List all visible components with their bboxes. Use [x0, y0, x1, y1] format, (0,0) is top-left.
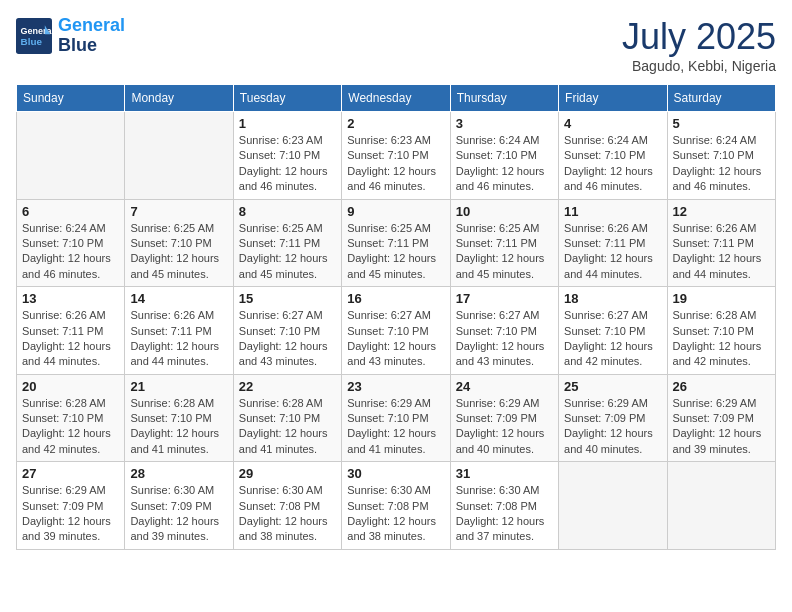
weekday-header: Friday	[559, 85, 667, 112]
calendar-week-row: 6Sunrise: 6:24 AMSunset: 7:10 PMDaylight…	[17, 199, 776, 287]
day-info: Sunrise: 6:28 AMSunset: 7:10 PMDaylight:…	[673, 308, 770, 370]
day-info: Sunrise: 6:25 AMSunset: 7:11 PMDaylight:…	[239, 221, 336, 283]
calendar-cell: 24Sunrise: 6:29 AMSunset: 7:09 PMDayligh…	[450, 374, 558, 462]
day-number: 23	[347, 379, 444, 394]
weekday-header-row: SundayMondayTuesdayWednesdayThursdayFrid…	[17, 85, 776, 112]
logo-icon: General Blue	[16, 18, 52, 54]
svg-text:Blue: Blue	[21, 36, 43, 47]
calendar-cell	[125, 112, 233, 200]
calendar-cell: 16Sunrise: 6:27 AMSunset: 7:10 PMDayligh…	[342, 287, 450, 375]
weekday-header: Tuesday	[233, 85, 341, 112]
day-number: 24	[456, 379, 553, 394]
day-number: 30	[347, 466, 444, 481]
calendar-cell: 10Sunrise: 6:25 AMSunset: 7:11 PMDayligh…	[450, 199, 558, 287]
day-number: 16	[347, 291, 444, 306]
weekday-header: Wednesday	[342, 85, 450, 112]
day-number: 20	[22, 379, 119, 394]
day-info: Sunrise: 6:24 AMSunset: 7:10 PMDaylight:…	[456, 133, 553, 195]
day-info: Sunrise: 6:29 AMSunset: 7:09 PMDaylight:…	[673, 396, 770, 458]
day-info: Sunrise: 6:25 AMSunset: 7:10 PMDaylight:…	[130, 221, 227, 283]
day-info: Sunrise: 6:26 AMSunset: 7:11 PMDaylight:…	[22, 308, 119, 370]
day-number: 14	[130, 291, 227, 306]
weekday-header: Thursday	[450, 85, 558, 112]
weekday-header: Saturday	[667, 85, 775, 112]
day-info: Sunrise: 6:27 AMSunset: 7:10 PMDaylight:…	[239, 308, 336, 370]
day-info: Sunrise: 6:24 AMSunset: 7:10 PMDaylight:…	[22, 221, 119, 283]
day-number: 18	[564, 291, 661, 306]
calendar-cell: 14Sunrise: 6:26 AMSunset: 7:11 PMDayligh…	[125, 287, 233, 375]
calendar-cell: 9Sunrise: 6:25 AMSunset: 7:11 PMDaylight…	[342, 199, 450, 287]
day-number: 13	[22, 291, 119, 306]
day-info: Sunrise: 6:30 AMSunset: 7:09 PMDaylight:…	[130, 483, 227, 545]
day-number: 28	[130, 466, 227, 481]
day-info: Sunrise: 6:27 AMSunset: 7:10 PMDaylight:…	[347, 308, 444, 370]
calendar-cell: 6Sunrise: 6:24 AMSunset: 7:10 PMDaylight…	[17, 199, 125, 287]
weekday-header: Sunday	[17, 85, 125, 112]
weekday-header: Monday	[125, 85, 233, 112]
calendar-cell: 7Sunrise: 6:25 AMSunset: 7:10 PMDaylight…	[125, 199, 233, 287]
day-number: 29	[239, 466, 336, 481]
day-info: Sunrise: 6:29 AMSunset: 7:09 PMDaylight:…	[456, 396, 553, 458]
day-number: 26	[673, 379, 770, 394]
calendar-cell: 26Sunrise: 6:29 AMSunset: 7:09 PMDayligh…	[667, 374, 775, 462]
day-number: 15	[239, 291, 336, 306]
day-info: Sunrise: 6:28 AMSunset: 7:10 PMDaylight:…	[130, 396, 227, 458]
calendar-cell: 4Sunrise: 6:24 AMSunset: 7:10 PMDaylight…	[559, 112, 667, 200]
day-info: Sunrise: 6:29 AMSunset: 7:09 PMDaylight:…	[22, 483, 119, 545]
day-info: Sunrise: 6:26 AMSunset: 7:11 PMDaylight:…	[564, 221, 661, 283]
day-info: Sunrise: 6:30 AMSunset: 7:08 PMDaylight:…	[239, 483, 336, 545]
day-info: Sunrise: 6:30 AMSunset: 7:08 PMDaylight:…	[456, 483, 553, 545]
day-info: Sunrise: 6:28 AMSunset: 7:10 PMDaylight:…	[239, 396, 336, 458]
calendar-cell	[667, 462, 775, 550]
calendar-cell: 15Sunrise: 6:27 AMSunset: 7:10 PMDayligh…	[233, 287, 341, 375]
day-info: Sunrise: 6:26 AMSunset: 7:11 PMDaylight:…	[130, 308, 227, 370]
calendar-week-row: 13Sunrise: 6:26 AMSunset: 7:11 PMDayligh…	[17, 287, 776, 375]
day-number: 12	[673, 204, 770, 219]
calendar-cell: 3Sunrise: 6:24 AMSunset: 7:10 PMDaylight…	[450, 112, 558, 200]
calendar-table: SundayMondayTuesdayWednesdayThursdayFrid…	[16, 84, 776, 550]
calendar-cell: 30Sunrise: 6:30 AMSunset: 7:08 PMDayligh…	[342, 462, 450, 550]
day-info: Sunrise: 6:28 AMSunset: 7:10 PMDaylight:…	[22, 396, 119, 458]
day-number: 3	[456, 116, 553, 131]
day-number: 7	[130, 204, 227, 219]
day-number: 17	[456, 291, 553, 306]
page-header: General Blue GeneralBlue July 2025 Bagud…	[16, 16, 776, 74]
calendar-cell: 17Sunrise: 6:27 AMSunset: 7:10 PMDayligh…	[450, 287, 558, 375]
day-number: 22	[239, 379, 336, 394]
month-title: July 2025	[622, 16, 776, 58]
day-number: 25	[564, 379, 661, 394]
title-block: July 2025 Bagudo, Kebbi, Nigeria	[622, 16, 776, 74]
location: Bagudo, Kebbi, Nigeria	[622, 58, 776, 74]
calendar-cell: 25Sunrise: 6:29 AMSunset: 7:09 PMDayligh…	[559, 374, 667, 462]
calendar-week-row: 27Sunrise: 6:29 AMSunset: 7:09 PMDayligh…	[17, 462, 776, 550]
calendar-cell: 2Sunrise: 6:23 AMSunset: 7:10 PMDaylight…	[342, 112, 450, 200]
day-number: 19	[673, 291, 770, 306]
day-number: 9	[347, 204, 444, 219]
calendar-cell	[17, 112, 125, 200]
calendar-cell: 11Sunrise: 6:26 AMSunset: 7:11 PMDayligh…	[559, 199, 667, 287]
day-info: Sunrise: 6:26 AMSunset: 7:11 PMDaylight:…	[673, 221, 770, 283]
day-info: Sunrise: 6:25 AMSunset: 7:11 PMDaylight:…	[347, 221, 444, 283]
calendar-week-row: 20Sunrise: 6:28 AMSunset: 7:10 PMDayligh…	[17, 374, 776, 462]
calendar-cell: 29Sunrise: 6:30 AMSunset: 7:08 PMDayligh…	[233, 462, 341, 550]
calendar-cell	[559, 462, 667, 550]
calendar-cell: 18Sunrise: 6:27 AMSunset: 7:10 PMDayligh…	[559, 287, 667, 375]
day-info: Sunrise: 6:23 AMSunset: 7:10 PMDaylight:…	[239, 133, 336, 195]
day-info: Sunrise: 6:29 AMSunset: 7:10 PMDaylight:…	[347, 396, 444, 458]
calendar-cell: 21Sunrise: 6:28 AMSunset: 7:10 PMDayligh…	[125, 374, 233, 462]
calendar-cell: 22Sunrise: 6:28 AMSunset: 7:10 PMDayligh…	[233, 374, 341, 462]
logo: General Blue GeneralBlue	[16, 16, 125, 56]
day-number: 4	[564, 116, 661, 131]
day-info: Sunrise: 6:29 AMSunset: 7:09 PMDaylight:…	[564, 396, 661, 458]
day-info: Sunrise: 6:30 AMSunset: 7:08 PMDaylight:…	[347, 483, 444, 545]
day-info: Sunrise: 6:25 AMSunset: 7:11 PMDaylight:…	[456, 221, 553, 283]
calendar-cell: 19Sunrise: 6:28 AMSunset: 7:10 PMDayligh…	[667, 287, 775, 375]
day-info: Sunrise: 6:27 AMSunset: 7:10 PMDaylight:…	[564, 308, 661, 370]
calendar-cell: 13Sunrise: 6:26 AMSunset: 7:11 PMDayligh…	[17, 287, 125, 375]
day-info: Sunrise: 6:23 AMSunset: 7:10 PMDaylight:…	[347, 133, 444, 195]
calendar-week-row: 1Sunrise: 6:23 AMSunset: 7:10 PMDaylight…	[17, 112, 776, 200]
day-number: 11	[564, 204, 661, 219]
day-number: 31	[456, 466, 553, 481]
day-number: 27	[22, 466, 119, 481]
day-number: 5	[673, 116, 770, 131]
